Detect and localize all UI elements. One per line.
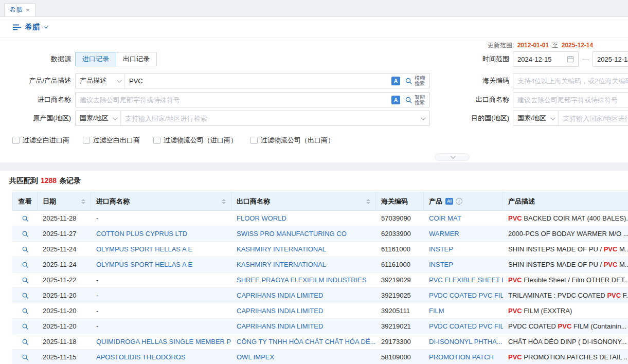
product-input[interactable] — [125, 74, 387, 88]
product-type-select[interactable]: 产品描述 — [76, 74, 125, 88]
exporter-link[interactable]: CAPRIHANS INDIA LIMITED — [237, 322, 323, 330]
chevron-down-icon[interactable] — [44, 24, 48, 28]
product-link[interactable]: PVC FLEXIBLE SHEET F... — [429, 276, 503, 284]
exporter-link[interactable]: OWL IMPEX — [237, 353, 274, 361]
exporter-link[interactable]: SWISS PRO MANUFACTURING CO — [237, 230, 347, 238]
cell-view — [12, 303, 38, 319]
cell-view — [12, 242, 38, 257]
translate-icon[interactable]: A — [391, 77, 400, 85]
importer-actions: A 智能 搜索 — [387, 93, 429, 107]
product-link[interactable]: COIR MAT — [429, 214, 461, 222]
importer-link[interactable]: OLYMPUS SPORT HELLAS A E — [96, 261, 192, 268]
chevron-down-icon[interactable] — [421, 115, 426, 120]
tab-import-records[interactable]: 进口记录 — [75, 52, 116, 66]
importer-link[interactable]: COTTON PLUS CYPRUS LTD — [96, 230, 187, 238]
checkbox-item[interactable]: 过滤物流公司（出口商） — [250, 136, 334, 145]
view-record-icon[interactable] — [22, 261, 29, 268]
exporter-link[interactable]: KASHMIRY INTERNATIONAL — [237, 245, 326, 253]
checkbox-item[interactable]: 过滤物流公司（进口商） — [153, 136, 237, 145]
cell-exporter: CAPRIHANS INDIA LIMITED — [231, 303, 376, 319]
cell-importer: COTTON PLUS CYPRUS LTD — [91, 226, 231, 242]
checkbox[interactable] — [83, 137, 90, 144]
summary-suffix: 条记录 — [59, 176, 81, 185]
cell-importer: QUIMIDROGA HELLAS SINGLE MEMBER PC — [91, 334, 231, 350]
info-icon[interactable]: i — [456, 198, 462, 205]
view-record-icon[interactable] — [22, 292, 29, 299]
cell-date: 2025-11-18 — [38, 334, 91, 350]
importer-link[interactable]: OLYMPUS SPORT HELLAS A E — [96, 245, 192, 253]
sort-icon[interactable] — [219, 199, 226, 204]
product-link[interactable]: PROMOTION PATCH — [429, 353, 494, 361]
col-exporter[interactable]: 出口商名称 — [231, 192, 376, 211]
tab-greece[interactable]: 希腊 × — [4, 3, 35, 16]
exporter-link[interactable]: KASHMIRY INTERNATIONAL — [237, 261, 326, 268]
tab-export-records[interactable]: 出口记录 — [116, 52, 157, 66]
hs-code-input[interactable] — [513, 73, 628, 88]
view-record-icon[interactable] — [22, 338, 29, 345]
column-label: 产品描述 — [508, 197, 535, 206]
cell-description: CHẤT HÓA DẺO DINP ( DI-ISONONY... — [503, 334, 628, 350]
description-text: CHẤT HÓA DẺO DINP ( DI-ISONONY... — [508, 338, 626, 345]
end-date-input[interactable]: 2025-12-14 — [593, 51, 628, 67]
exporter-link[interactable]: CÔNG TY TNHH HÓA CHẤT CHẤT HÓA DẺ... — [237, 338, 375, 345]
collapse-panel-button[interactable] — [435, 153, 470, 161]
dest-country-input[interactable] — [559, 111, 628, 125]
origin-country-input[interactable] — [121, 111, 416, 125]
translate-icon[interactable]: A — [391, 96, 400, 104]
close-icon[interactable]: × — [26, 7, 30, 13]
product-link[interactable]: INSTEP — [429, 261, 453, 268]
view-record-icon[interactable] — [22, 323, 29, 330]
column-label: 进口商名称 — [96, 197, 130, 206]
importer-input[interactable] — [76, 93, 387, 107]
product-link[interactable]: INSTEP — [429, 245, 453, 253]
origin-country-select[interactable]: 国家/地区 — [76, 111, 121, 125]
exporter-row: 出口商名称 — [462, 92, 628, 107]
checkbox[interactable] — [153, 137, 160, 144]
product-link[interactable]: WARMER — [429, 230, 459, 238]
cell-hs-code: 62033900 — [376, 226, 424, 242]
col-date[interactable]: 日期 — [38, 192, 91, 211]
checkbox[interactable] — [250, 137, 258, 144]
description-highlight: PVC — [604, 245, 618, 253]
sort-icon[interactable] — [78, 199, 85, 204]
time-range-label: 时间范围 — [462, 54, 509, 64]
exporter-link[interactable]: FLOOR WORLD — [237, 214, 286, 222]
view-record-icon[interactable] — [22, 215, 29, 222]
list-icon — [13, 24, 21, 31]
table-row: 2025-11-20-CAPRIHANS INDIA LIMITED392190… — [12, 319, 628, 334]
exporter-link[interactable]: CAPRIHANS INDIA LIMITED — [237, 292, 323, 299]
cell-view — [12, 211, 38, 226]
table-row: 2025-11-18QUIMIDROGA HELLAS SINGLE MEMBE… — [12, 334, 628, 350]
sort-icon[interactable] — [363, 199, 370, 204]
exporter-link[interactable]: SHREE PRAGYA FLEXIFILM INDUSTRIES — [237, 276, 367, 284]
cell-importer: - — [91, 319, 231, 334]
cell-description: TRILAMINATE : PVDC COATED PVC F... — [503, 288, 628, 303]
importer-link[interactable]: APOSTOLIDIS THEODOROS — [96, 353, 186, 361]
product-link[interactable]: PVDC COATED PVC FIL... — [429, 292, 503, 299]
view-record-icon[interactable] — [22, 246, 29, 253]
checkbox[interactable] — [12, 137, 20, 144]
view-record-icon[interactable] — [22, 230, 29, 238]
exporter-input[interactable] — [513, 92, 628, 107]
cell-importer: - — [91, 303, 231, 319]
checkbox-item[interactable]: 过滤空白进口商 — [12, 136, 69, 145]
product-link[interactable]: DI-ISONONYL PHTHA... — [429, 338, 503, 345]
fuzzy-search-button[interactable]: 模糊 搜索 — [405, 75, 425, 86]
smart-search-button[interactable]: 智能 搜索 — [405, 94, 425, 105]
chevron-down-icon — [550, 115, 555, 120]
view-record-icon[interactable] — [22, 354, 29, 361]
col-importer[interactable]: 进口商名称 — [91, 192, 231, 211]
dest-country-select[interactable]: 国家/地区 — [513, 111, 559, 125]
view-record-icon[interactable] — [22, 307, 29, 315]
checkbox-item[interactable]: 过滤空白出口商 — [83, 136, 140, 145]
product-link[interactable]: FILM — [429, 307, 444, 315]
view-record-icon[interactable] — [22, 277, 29, 284]
exporter-link[interactable]: CAPRIHANS INDIA LIMITED — [237, 307, 323, 315]
time-range-row: 时间范围 2024-12-15 — 2025-12-14 — [462, 51, 628, 67]
importer-link[interactable]: QUIMIDROGA HELLAS SINGLE MEMBER PC — [96, 338, 231, 345]
description-text: PROMOTION PATCHES DETAIL ... — [522, 353, 628, 361]
start-date-input[interactable]: 2024-12-15 — [513, 51, 579, 67]
cell-product: PVC FLEXIBLE SHEET F... — [424, 272, 503, 288]
product-link[interactable]: PVDC COATED PVC FIL... — [429, 322, 503, 330]
data-source-row: 数据源 进口记录 出口记录 — [0, 51, 157, 67]
